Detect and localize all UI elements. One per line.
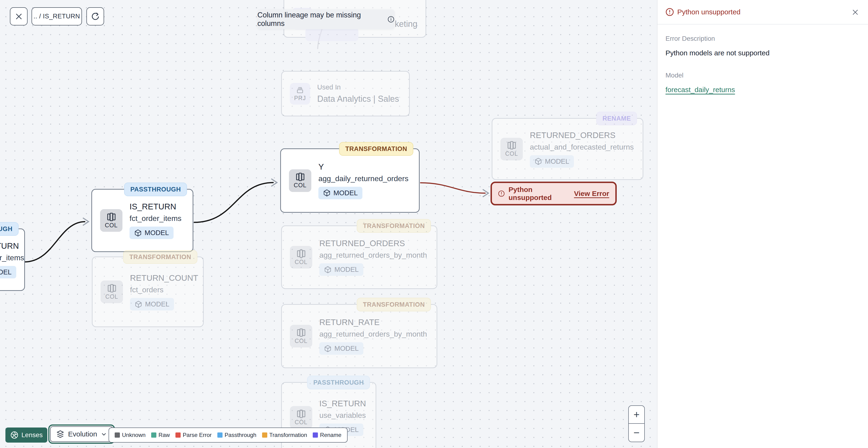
legend-label: Rename bbox=[320, 432, 341, 438]
breadcrumb[interactable]: .. / IS_RETURN bbox=[32, 7, 82, 25]
model-chip[interactable]: MODEL bbox=[0, 266, 16, 278]
model-name: use_variables bbox=[319, 411, 366, 420]
column-icon: COL bbox=[290, 246, 312, 269]
columns-glyph bbox=[107, 284, 116, 293]
transformation-badge: TRANSFORMATION bbox=[357, 298, 431, 311]
project-icon: PRJ bbox=[290, 83, 310, 104]
breadcrumb-label: .. / IS_RETURN bbox=[33, 13, 80, 20]
column-icon: COL bbox=[500, 138, 523, 160]
col-label: COL bbox=[105, 222, 118, 229]
legend-swatch bbox=[262, 432, 267, 438]
model-chip-label: MODEL bbox=[145, 229, 169, 237]
lens-legend: Unknown Raw Parse Error Passthrough Tran… bbox=[108, 427, 348, 443]
column-name: Y bbox=[318, 162, 324, 172]
model-chip[interactable]: MODEL bbox=[129, 227, 174, 239]
column-icon: COL bbox=[100, 209, 122, 232]
model-name: agg_returned_orders_by_month bbox=[319, 251, 427, 260]
node-return-count[interactable]: TRANSFORMATION COL RETURN_COUNT fct_orde… bbox=[92, 257, 204, 327]
transformation-badge: TRANSFORMATION bbox=[357, 219, 431, 233]
close-icon bbox=[14, 12, 23, 21]
model-chip-label: MODEL bbox=[334, 266, 359, 273]
model-chip[interactable]: MODEL bbox=[318, 187, 363, 199]
model-chip[interactable]: MODEL bbox=[530, 155, 574, 168]
columns-glyph bbox=[297, 409, 306, 418]
model-chip-label: MODEL bbox=[0, 268, 11, 276]
legend-label: Unknown bbox=[122, 432, 146, 438]
column-icon: COL bbox=[290, 325, 312, 348]
column-name: RETURNED_ORDERS bbox=[530, 130, 616, 140]
col-label: COL bbox=[294, 337, 307, 345]
node-is-return-clipped[interactable]: PASSTHROUGH COL IS_RETURN fct_order_item… bbox=[0, 229, 25, 291]
cube-icon bbox=[534, 157, 542, 165]
model-chip[interactable]: MODEL bbox=[319, 342, 363, 355]
node-returned-orders-month[interactable]: TRANSFORMATION COL RETURNED_ORDERS agg_r… bbox=[281, 226, 437, 289]
model-chip[interactable]: MODEL bbox=[130, 298, 174, 310]
lenses-aperture-icon bbox=[10, 431, 19, 439]
close-lineage-button[interactable] bbox=[10, 7, 28, 25]
node-return-rate[interactable]: TRANSFORMATION COL RETURN_RATE agg_retur… bbox=[281, 304, 437, 368]
legend-swatch bbox=[217, 432, 222, 438]
model-link[interactable]: forecast_daily_returns bbox=[665, 86, 735, 94]
edge-passthrough-left bbox=[25, 222, 85, 262]
project-name: Data Analytics | Sales bbox=[317, 94, 399, 104]
refresh-icon bbox=[91, 12, 100, 21]
info-icon bbox=[388, 16, 395, 23]
legend-item-parse-error: Parse Error bbox=[176, 432, 212, 438]
model-chip-label: MODEL bbox=[334, 189, 358, 197]
model-name: fct_order_items bbox=[129, 214, 182, 223]
tooltip-text: Column lineage may be missing columns bbox=[257, 11, 384, 28]
error-icon bbox=[498, 189, 505, 198]
error-description-label: Error Description bbox=[665, 35, 860, 42]
legend-swatch bbox=[115, 432, 120, 438]
legend-label: Passthrough bbox=[225, 432, 256, 438]
passthrough-badge: PASSTHROUGH bbox=[0, 222, 19, 236]
cube-icon bbox=[135, 301, 142, 308]
rename-badge: RENAME bbox=[596, 112, 637, 125]
prj-label: PRJ bbox=[294, 95, 306, 101]
zoom-controls[interactable]: + − bbox=[628, 406, 645, 442]
edge-is-return-to-y bbox=[194, 183, 274, 222]
passthrough-badge: PASSTHROUGH bbox=[307, 376, 370, 389]
error-detail-panel: Python unsupported Error Description Pyt… bbox=[657, 0, 868, 448]
error-node-python-unsupported[interactable]: Python unsupported View Error bbox=[491, 182, 617, 205]
lineage-canvas[interactable]: PASSTHROUGH COL IS_RETURN fct_order_item… bbox=[0, 0, 657, 448]
legend-label: Transformation bbox=[269, 432, 307, 438]
close-icon bbox=[851, 8, 859, 16]
legend-item-rename: Rename bbox=[313, 432, 341, 438]
refresh-button[interactable] bbox=[86, 7, 104, 25]
panel-header: Python unsupported bbox=[657, 0, 868, 25]
lenses-label: Lenses bbox=[22, 431, 42, 439]
panel-body: Error Description Python models are not … bbox=[657, 25, 868, 104]
column-icon: COL bbox=[289, 169, 311, 192]
model-chip[interactable]: MODEL bbox=[319, 263, 363, 276]
legend-swatch bbox=[313, 432, 318, 438]
node-used-in-sales[interactable]: PRJ Used In Data Analytics | Sales bbox=[281, 71, 410, 116]
node-is-return[interactable]: PASSTHROUGH COL IS_RETURN fct_order_item… bbox=[91, 189, 193, 252]
model-name: fct_orders bbox=[130, 286, 163, 294]
zoom-out-button[interactable]: − bbox=[629, 424, 644, 442]
lenses-button[interactable]: Lenses bbox=[5, 427, 47, 443]
panel-close-button[interactable] bbox=[849, 7, 861, 18]
cube-icon bbox=[324, 266, 332, 273]
model-name: agg_returned_orders_by_month bbox=[319, 330, 427, 338]
legend-label: Raw bbox=[158, 432, 170, 438]
error-icon bbox=[665, 8, 674, 16]
columns-glyph bbox=[297, 249, 306, 258]
zoom-in-button[interactable]: + bbox=[629, 406, 644, 424]
model-chip-label: MODEL bbox=[145, 300, 169, 308]
lens-dropdown[interactable]: Evolution bbox=[48, 424, 115, 444]
view-error-link[interactable]: View Error bbox=[574, 189, 609, 198]
columns-glyph bbox=[296, 172, 305, 181]
legend-item-passthrough: Passthrough bbox=[217, 432, 256, 438]
layers-icon bbox=[56, 429, 65, 439]
model-chip-label: MODEL bbox=[545, 157, 569, 166]
node-returned-orders-forecast[interactable]: RENAME COL RETURNED_ORDERS actual_and_fo… bbox=[492, 118, 643, 180]
passthrough-badge: PASSTHROUGH bbox=[124, 183, 187, 196]
column-name: RETURN_COUNT bbox=[130, 273, 198, 282]
node-y[interactable]: TRANSFORMATION COL Y agg_daily_returned_… bbox=[280, 148, 420, 213]
column-name: RETURN_RATE bbox=[319, 318, 380, 327]
columns-glyph bbox=[107, 212, 116, 221]
column-name: IS_RETURN bbox=[319, 399, 366, 408]
error-description-text: Python models are not supported bbox=[665, 49, 860, 57]
legend-swatch bbox=[151, 432, 156, 438]
